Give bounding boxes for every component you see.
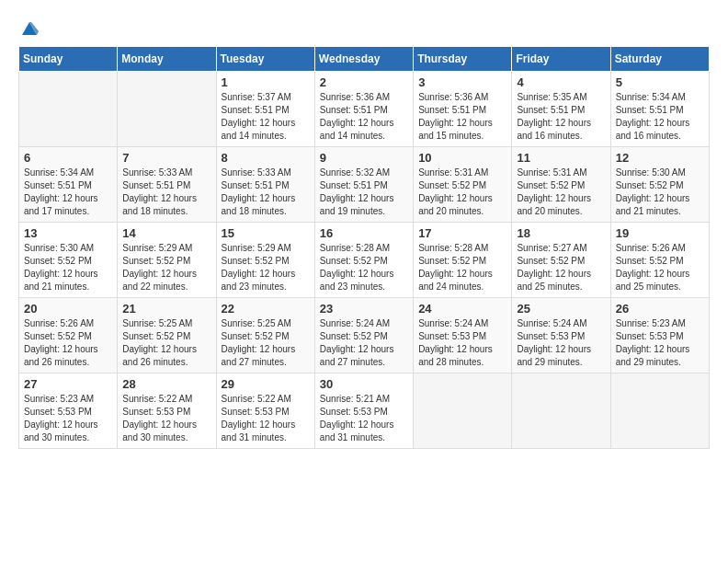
calendar-cell: 25Sunrise: 5:24 AMSunset: 5:53 PMDayligh… bbox=[512, 298, 610, 373]
calendar-cell: 26Sunrise: 5:23 AMSunset: 5:53 PMDayligh… bbox=[610, 298, 709, 373]
day-info: Sunrise: 5:24 AMSunset: 5:53 PMDaylight:… bbox=[517, 317, 605, 369]
calendar-cell: 10Sunrise: 5:31 AMSunset: 5:52 PMDayligh… bbox=[414, 147, 512, 223]
calendar-week-5: 27Sunrise: 5:23 AMSunset: 5:53 PMDayligh… bbox=[19, 373, 710, 449]
day-info: Sunrise: 5:33 AMSunset: 5:51 PMDaylight:… bbox=[122, 167, 210, 218]
calendar-week-2: 6Sunrise: 5:34 AMSunset: 5:51 PMDaylight… bbox=[19, 147, 710, 223]
header-sunday: Sunday bbox=[19, 47, 118, 72]
calendar-cell: 6Sunrise: 5:34 AMSunset: 5:51 PMDaylight… bbox=[19, 147, 118, 223]
day-number: 23 bbox=[320, 302, 408, 316]
day-info: Sunrise: 5:23 AMSunset: 5:53 PMDaylight:… bbox=[616, 317, 704, 369]
day-info: Sunrise: 5:24 AMSunset: 5:53 PMDaylight:… bbox=[418, 317, 506, 369]
page-header bbox=[18, 18, 710, 37]
day-info: Sunrise: 5:25 AMSunset: 5:52 PMDaylight:… bbox=[122, 317, 210, 369]
day-number: 12 bbox=[616, 151, 704, 165]
calendar-cell: 22Sunrise: 5:25 AMSunset: 5:52 PMDayligh… bbox=[216, 298, 314, 373]
calendar-cell: 23Sunrise: 5:24 AMSunset: 5:52 PMDayligh… bbox=[314, 298, 413, 373]
day-number: 19 bbox=[616, 226, 704, 240]
day-info: Sunrise: 5:34 AMSunset: 5:51 PMDaylight:… bbox=[616, 91, 704, 143]
calendar-cell: 19Sunrise: 5:26 AMSunset: 5:52 PMDayligh… bbox=[610, 223, 709, 298]
calendar-cell: 20Sunrise: 5:26 AMSunset: 5:52 PMDayligh… bbox=[19, 298, 118, 373]
calendar-cell: 5Sunrise: 5:34 AMSunset: 5:51 PMDaylight… bbox=[610, 72, 709, 147]
day-number: 9 bbox=[320, 151, 408, 165]
day-info: Sunrise: 5:35 AMSunset: 5:51 PMDaylight:… bbox=[517, 91, 605, 143]
header-wednesday: Wednesday bbox=[314, 47, 413, 72]
day-number: 27 bbox=[24, 377, 112, 391]
calendar-cell: 12Sunrise: 5:30 AMSunset: 5:52 PMDayligh… bbox=[610, 147, 709, 223]
day-info: Sunrise: 5:28 AMSunset: 5:52 PMDaylight:… bbox=[418, 242, 506, 293]
day-info: Sunrise: 5:22 AMSunset: 5:53 PMDaylight:… bbox=[222, 393, 310, 444]
calendar-week-4: 20Sunrise: 5:26 AMSunset: 5:52 PMDayligh… bbox=[19, 298, 710, 373]
calendar-cell: 11Sunrise: 5:31 AMSunset: 5:52 PMDayligh… bbox=[512, 147, 610, 223]
day-info: Sunrise: 5:21 AMSunset: 5:53 PMDaylight:… bbox=[320, 393, 408, 444]
day-number: 4 bbox=[517, 75, 605, 89]
logo bbox=[18, 18, 39, 37]
day-number: 20 bbox=[24, 302, 112, 316]
calendar-cell: 14Sunrise: 5:29 AMSunset: 5:52 PMDayligh… bbox=[118, 223, 216, 298]
calendar-cell bbox=[610, 373, 709, 449]
day-info: Sunrise: 5:32 AMSunset: 5:51 PMDaylight:… bbox=[320, 167, 408, 218]
calendar-cell: 27Sunrise: 5:23 AMSunset: 5:53 PMDayligh… bbox=[19, 373, 118, 449]
day-number: 1 bbox=[222, 75, 310, 89]
day-number: 10 bbox=[418, 151, 506, 165]
calendar-week-3: 13Sunrise: 5:30 AMSunset: 5:52 PMDayligh… bbox=[19, 223, 710, 298]
day-info: Sunrise: 5:31 AMSunset: 5:52 PMDaylight:… bbox=[517, 167, 605, 218]
day-number: 30 bbox=[320, 377, 408, 391]
day-number: 2 bbox=[320, 75, 408, 89]
calendar-cell: 2Sunrise: 5:36 AMSunset: 5:51 PMDaylight… bbox=[314, 72, 413, 147]
calendar-cell: 17Sunrise: 5:28 AMSunset: 5:52 PMDayligh… bbox=[414, 223, 512, 298]
day-number: 26 bbox=[616, 302, 704, 316]
day-info: Sunrise: 5:36 AMSunset: 5:51 PMDaylight:… bbox=[320, 91, 408, 143]
calendar-header-row: SundayMondayTuesdayWednesdayThursdayFrid… bbox=[19, 47, 710, 72]
header-saturday: Saturday bbox=[610, 47, 709, 72]
calendar-cell: 15Sunrise: 5:29 AMSunset: 5:52 PMDayligh… bbox=[216, 223, 314, 298]
calendar-cell bbox=[118, 72, 216, 147]
day-number: 22 bbox=[222, 302, 310, 316]
calendar-cell: 21Sunrise: 5:25 AMSunset: 5:52 PMDayligh… bbox=[118, 298, 216, 373]
day-number: 29 bbox=[222, 377, 310, 391]
calendar-cell: 30Sunrise: 5:21 AMSunset: 5:53 PMDayligh… bbox=[314, 373, 413, 449]
day-number: 24 bbox=[418, 302, 506, 316]
day-info: Sunrise: 5:37 AMSunset: 5:51 PMDaylight:… bbox=[222, 91, 310, 143]
day-number: 13 bbox=[24, 226, 112, 240]
day-info: Sunrise: 5:30 AMSunset: 5:52 PMDaylight:… bbox=[616, 167, 704, 218]
day-info: Sunrise: 5:31 AMSunset: 5:52 PMDaylight:… bbox=[418, 167, 506, 218]
calendar-table: SundayMondayTuesdayWednesdayThursdayFrid… bbox=[18, 46, 710, 449]
day-info: Sunrise: 5:30 AMSunset: 5:52 PMDaylight:… bbox=[24, 242, 112, 293]
day-info: Sunrise: 5:26 AMSunset: 5:52 PMDaylight:… bbox=[24, 317, 112, 369]
day-number: 8 bbox=[222, 151, 310, 165]
day-info: Sunrise: 5:29 AMSunset: 5:52 PMDaylight:… bbox=[122, 242, 210, 293]
calendar-cell: 1Sunrise: 5:37 AMSunset: 5:51 PMDaylight… bbox=[216, 72, 314, 147]
day-number: 16 bbox=[320, 226, 408, 240]
calendar-week-1: 1Sunrise: 5:37 AMSunset: 5:51 PMDaylight… bbox=[19, 72, 710, 147]
day-number: 18 bbox=[517, 226, 605, 240]
calendar-cell: 4Sunrise: 5:35 AMSunset: 5:51 PMDaylight… bbox=[512, 72, 610, 147]
calendar-cell: 24Sunrise: 5:24 AMSunset: 5:53 PMDayligh… bbox=[414, 298, 512, 373]
header-monday: Monday bbox=[118, 47, 216, 72]
day-info: Sunrise: 5:27 AMSunset: 5:52 PMDaylight:… bbox=[517, 242, 605, 293]
header-thursday: Thursday bbox=[414, 47, 512, 72]
calendar-cell: 8Sunrise: 5:33 AMSunset: 5:51 PMDaylight… bbox=[216, 147, 314, 223]
day-number: 11 bbox=[517, 151, 605, 165]
calendar-cell: 13Sunrise: 5:30 AMSunset: 5:52 PMDayligh… bbox=[19, 223, 118, 298]
header-tuesday: Tuesday bbox=[216, 47, 314, 72]
day-number: 28 bbox=[122, 377, 210, 391]
day-number: 21 bbox=[122, 302, 210, 316]
day-info: Sunrise: 5:29 AMSunset: 5:52 PMDaylight:… bbox=[222, 242, 310, 293]
calendar-cell: 16Sunrise: 5:28 AMSunset: 5:52 PMDayligh… bbox=[314, 223, 413, 298]
calendar-cell bbox=[19, 72, 118, 147]
day-info: Sunrise: 5:26 AMSunset: 5:52 PMDaylight:… bbox=[616, 242, 704, 293]
calendar-body: 1Sunrise: 5:37 AMSunset: 5:51 PMDaylight… bbox=[19, 72, 710, 449]
day-info: Sunrise: 5:24 AMSunset: 5:52 PMDaylight:… bbox=[320, 317, 408, 369]
calendar-cell: 9Sunrise: 5:32 AMSunset: 5:51 PMDaylight… bbox=[314, 147, 413, 223]
calendar-cell: 3Sunrise: 5:36 AMSunset: 5:51 PMDaylight… bbox=[414, 72, 512, 147]
calendar-cell bbox=[512, 373, 610, 449]
day-info: Sunrise: 5:22 AMSunset: 5:53 PMDaylight:… bbox=[122, 393, 210, 444]
day-number: 25 bbox=[517, 302, 605, 316]
calendar-cell: 29Sunrise: 5:22 AMSunset: 5:53 PMDayligh… bbox=[216, 373, 314, 449]
day-info: Sunrise: 5:36 AMSunset: 5:51 PMDaylight:… bbox=[418, 91, 506, 143]
calendar-cell: 18Sunrise: 5:27 AMSunset: 5:52 PMDayligh… bbox=[512, 223, 610, 298]
logo-icon bbox=[20, 18, 39, 37]
day-number: 15 bbox=[222, 226, 310, 240]
day-info: Sunrise: 5:25 AMSunset: 5:52 PMDaylight:… bbox=[222, 317, 310, 369]
calendar-cell: 7Sunrise: 5:33 AMSunset: 5:51 PMDaylight… bbox=[118, 147, 216, 223]
